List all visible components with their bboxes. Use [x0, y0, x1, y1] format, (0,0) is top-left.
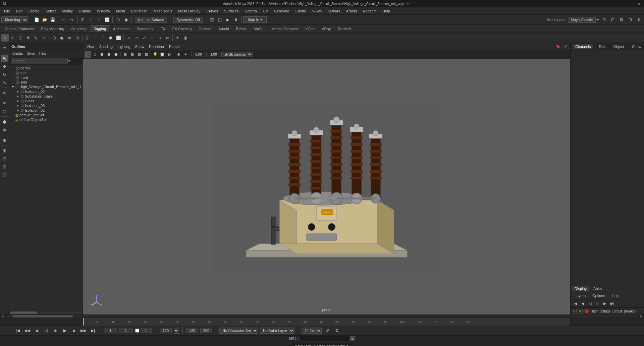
menu-redshift[interactable]: Redshift	[360, 8, 379, 14]
select-object-button[interactable]: ↖	[1, 55, 8, 62]
new-scene-button[interactable]: 📄	[33, 16, 40, 23]
tab-display[interactable]: Display	[572, 286, 589, 291]
tab-help-layers[interactable]: Help	[609, 293, 622, 298]
tab-rigging[interactable]: Rigging	[90, 25, 109, 32]
tab-fx[interactable]: FX	[157, 26, 169, 32]
tab-motion-graphics[interactable]: Motion Graphics	[268, 26, 302, 32]
menu-cache[interactable]: Cache	[293, 8, 309, 14]
tree-item-persp[interactable]: 🎥 persp	[10, 66, 82, 70]
tab-poly-modeling[interactable]: Poly Modeling	[38, 26, 67, 32]
snap-point-button[interactable]: ⊙	[95, 16, 103, 23]
paint-select-button[interactable]: ⬡	[17, 34, 24, 42]
viewport-renderer-menu[interactable]: Renderer	[147, 44, 166, 49]
layer-playback-button[interactable]: P	[578, 309, 583, 313]
viewport-show-menu[interactable]: Show	[133, 44, 147, 49]
snap-curve-button[interactable]: ⌇	[87, 16, 95, 23]
next-frame-button[interactable]: ▶	[70, 327, 78, 334]
menu-surfaces[interactable]: Surfaces	[221, 8, 241, 14]
vp-value1-input[interactable]	[191, 52, 206, 57]
soft-mod-button[interactable]: ◉	[58, 34, 65, 42]
viewport-view-menu[interactable]: View	[85, 44, 97, 49]
srgb-select[interactable]: sRGB gamma	[221, 52, 253, 57]
vp-grid4-btn[interactable]: ⊡	[143, 51, 150, 58]
ipr-render-button[interactable]: ▶	[224, 16, 231, 23]
open-scene-button[interactable]: 📂	[41, 16, 48, 23]
tab-mash[interactable]: MASH	[250, 26, 268, 32]
scale-tool-button[interactable]: ⤡	[40, 34, 47, 42]
panel-layout-button2[interactable]: ⊟	[609, 16, 616, 23]
viewport-panels-menu[interactable]: Panels	[167, 44, 182, 49]
tree-item-defaultlightset[interactable]: ◎ defaultLightSet	[10, 113, 82, 117]
timeline-scrollbar[interactable]: ◀ ▶	[0, 314, 644, 318]
right-tab-edit[interactable]: Edit	[596, 44, 608, 49]
tree-item-side[interactable]: 🎥 side	[10, 80, 82, 84]
close-button[interactable]: ✕	[637, 1, 641, 6]
playback-speed-select[interactable]	[174, 328, 179, 334]
menu-3dtoall[interactable]: 3DtoAll	[325, 8, 342, 14]
save-scene-button[interactable]: 💾	[49, 16, 56, 23]
menu-mesh-tools[interactable]: Mesh Tools	[151, 8, 175, 14]
tab-curves-surfaces[interactable]: Curves / Surfaces	[1, 26, 37, 32]
menu-select[interactable]: Select	[43, 8, 59, 14]
undo-button[interactable]: ↩	[60, 16, 67, 23]
tab-anim[interactable]: Anim	[591, 286, 604, 291]
rotate-object-button[interactable]: ↻	[1, 71, 8, 78]
menu-window[interactable]: Window	[94, 8, 113, 14]
uvmap-mode-button[interactable]: ⬜	[115, 34, 122, 42]
vp-grid2-btn[interactable]: ⊟	[129, 51, 136, 58]
right-tab-channels[interactable]: Channels	[573, 44, 593, 49]
tree-item-isolation01[interactable]: ▶ ⬡ Isolation_01	[10, 108, 82, 113]
playback-end-input[interactable]	[160, 328, 172, 333]
lt-grid-btn3[interactable]: ⊠	[1, 163, 8, 170]
vp-effects-btn[interactable]: ✦	[182, 51, 189, 58]
vp-grid-btn[interactable]: ⊞	[122, 51, 128, 58]
panel-layout-button5[interactable]: ⧉	[635, 16, 643, 23]
anim-refresh-button[interactable]: ↺	[324, 327, 331, 334]
vp-texture-btn[interactable]: 🔲	[159, 51, 166, 58]
workspace-name-button[interactable]: Maya Classic	[568, 17, 596, 23]
universal-manip-button[interactable]: ⬡	[50, 34, 58, 42]
vp-smooth-btn[interactable]: ⬢	[99, 51, 105, 58]
tab-vray[interactable]: VRay	[318, 26, 334, 32]
tab-options[interactable]: Options	[590, 293, 608, 298]
tree-item-hvcb-group[interactable]: ▼ ⬡ High_Voltage_Circuit_Breaker_nd1_1	[10, 84, 82, 89]
layer-visibility-button[interactable]: V	[572, 309, 577, 313]
show-hide-button[interactable]: 👁	[1, 100, 8, 107]
sign-in-button[interactable]: Sign In ▾	[243, 16, 266, 23]
vp-expand-button[interactable]: ⤢	[562, 43, 569, 50]
outliner-search-input[interactable]	[11, 58, 68, 64]
move-joint-button[interactable]: ↙	[125, 34, 132, 42]
wireframe-button[interactable]: ⬡	[1, 108, 8, 115]
layer-prev2-button[interactable]: ◀	[579, 300, 586, 307]
search-dropdown-arrow[interactable]: ▾	[68, 59, 70, 63]
outliner-scrollbar[interactable]	[9, 311, 83, 314]
menu-edit-mesh[interactable]: Edit Mesh	[128, 8, 150, 14]
vp-smooth2-btn[interactable]: ⬢	[106, 51, 112, 58]
tree-item-defaultobjectset[interactable]: ◎ defaultObjectSet	[10, 117, 82, 122]
menu-generate[interactable]: Generate	[271, 8, 292, 14]
tab-fx-caching[interactable]: FX Caching	[169, 26, 195, 32]
prev-frame-button[interactable]: ◀	[33, 327, 40, 334]
viewport-lighting-menu[interactable]: Lighting	[115, 44, 132, 49]
stop-button[interactable]: ■	[52, 327, 59, 334]
scale-object-button[interactable]: ⤡	[1, 79, 8, 86]
tree-item-top[interactable]: 🎥 top	[10, 70, 82, 75]
redo-button[interactable]: ↪	[68, 16, 75, 23]
tool-menu-button[interactable]: ≡	[1, 44, 8, 52]
show-manip-button[interactable]: ⊕	[66, 34, 73, 42]
start-frame-input[interactable]	[104, 328, 117, 333]
selection-mode-button[interactable]: ⬡	[114, 16, 122, 23]
menu-mesh[interactable]: Mesh	[113, 8, 128, 14]
no-anim-layer-select[interactable]: No Anim Layer	[260, 328, 294, 334]
tree-item-glass[interactable]: ▶ ⬡ Glass	[10, 99, 82, 103]
component-mode-button[interactable]: ⬡	[84, 34, 91, 42]
outliner-help-menu[interactable]: Help	[38, 51, 48, 56]
outliner-show-menu[interactable]: Show	[25, 51, 37, 56]
vp-wireframe-btn[interactable]: ⬡	[92, 51, 98, 58]
script-editor-button[interactable]: ⊞	[350, 336, 355, 341]
tab-sculpting[interactable]: Sculpting	[68, 26, 90, 32]
tab-layers[interactable]: Layers	[572, 293, 588, 298]
tree-item-substation-base[interactable]: ▶ ⬡ Substation_Base	[10, 94, 82, 99]
outliner-display-menu[interactable]: Display	[11, 51, 25, 56]
tab-rendering[interactable]: Rendering	[133, 26, 157, 32]
